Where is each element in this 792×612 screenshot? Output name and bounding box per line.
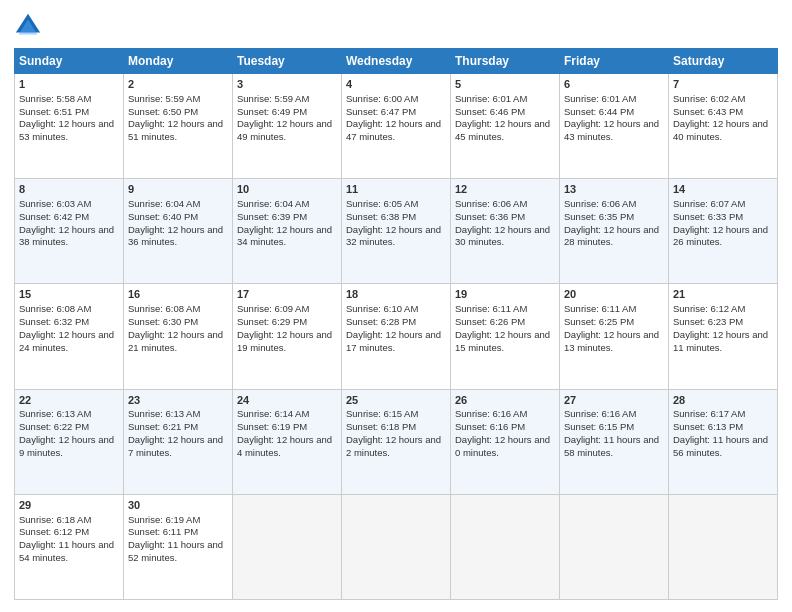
calendar-cell: 19Sunrise: 6:11 AMSunset: 6:26 PMDayligh… — [451, 284, 560, 389]
sunset-text: Sunset: 6:50 PM — [128, 106, 198, 117]
calendar-week-1: 1Sunrise: 5:58 AMSunset: 6:51 PMDaylight… — [15, 74, 778, 179]
calendar-header-thursday: Thursday — [451, 49, 560, 74]
sunset-text: Sunset: 6:42 PM — [19, 211, 89, 222]
calendar-week-4: 22Sunrise: 6:13 AMSunset: 6:22 PMDayligh… — [15, 389, 778, 494]
daylight-text: Daylight: 12 hours and 0 minutes. — [455, 434, 550, 458]
sunrise-text: Sunrise: 6:01 AM — [564, 93, 636, 104]
day-number: 24 — [237, 393, 337, 408]
sunset-text: Sunset: 6:40 PM — [128, 211, 198, 222]
daylight-text: Daylight: 12 hours and 45 minutes. — [455, 118, 550, 142]
calendar-week-2: 8Sunrise: 6:03 AMSunset: 6:42 PMDaylight… — [15, 179, 778, 284]
calendar-header-monday: Monday — [124, 49, 233, 74]
sunrise-text: Sunrise: 6:09 AM — [237, 303, 309, 314]
day-number: 19 — [455, 287, 555, 302]
daylight-text: Daylight: 12 hours and 13 minutes. — [564, 329, 659, 353]
sunset-text: Sunset: 6:44 PM — [564, 106, 634, 117]
daylight-text: Daylight: 12 hours and 2 minutes. — [346, 434, 441, 458]
day-number: 13 — [564, 182, 664, 197]
sunset-text: Sunset: 6:21 PM — [128, 421, 198, 432]
sunrise-text: Sunrise: 6:13 AM — [19, 408, 91, 419]
daylight-text: Daylight: 12 hours and 47 minutes. — [346, 118, 441, 142]
sunrise-text: Sunrise: 6:11 AM — [564, 303, 636, 314]
daylight-text: Daylight: 12 hours and 24 minutes. — [19, 329, 114, 353]
calendar-cell: 7Sunrise: 6:02 AMSunset: 6:43 PMDaylight… — [669, 74, 778, 179]
sunset-text: Sunset: 6:15 PM — [564, 421, 634, 432]
sunset-text: Sunset: 6:18 PM — [346, 421, 416, 432]
sunrise-text: Sunrise: 5:59 AM — [237, 93, 309, 104]
calendar-header-friday: Friday — [560, 49, 669, 74]
sunrise-text: Sunrise: 6:06 AM — [564, 198, 636, 209]
sunrise-text: Sunrise: 6:06 AM — [455, 198, 527, 209]
calendar-cell: 16Sunrise: 6:08 AMSunset: 6:30 PMDayligh… — [124, 284, 233, 389]
day-number: 16 — [128, 287, 228, 302]
day-number: 28 — [673, 393, 773, 408]
day-number: 15 — [19, 287, 119, 302]
sunrise-text: Sunrise: 6:17 AM — [673, 408, 745, 419]
calendar-cell: 24Sunrise: 6:14 AMSunset: 6:19 PMDayligh… — [233, 389, 342, 494]
sunrise-text: Sunrise: 6:10 AM — [346, 303, 418, 314]
sunset-text: Sunset: 6:19 PM — [237, 421, 307, 432]
sunrise-text: Sunrise: 5:59 AM — [128, 93, 200, 104]
calendar-cell: 3Sunrise: 5:59 AMSunset: 6:49 PMDaylight… — [233, 74, 342, 179]
daylight-text: Daylight: 11 hours and 52 minutes. — [128, 539, 223, 563]
daylight-text: Daylight: 12 hours and 15 minutes. — [455, 329, 550, 353]
calendar-cell: 17Sunrise: 6:09 AMSunset: 6:29 PMDayligh… — [233, 284, 342, 389]
calendar-cell: 18Sunrise: 6:10 AMSunset: 6:28 PMDayligh… — [342, 284, 451, 389]
day-number: 29 — [19, 498, 119, 513]
daylight-text: Daylight: 12 hours and 4 minutes. — [237, 434, 332, 458]
sunset-text: Sunset: 6:38 PM — [346, 211, 416, 222]
calendar-cell: 13Sunrise: 6:06 AMSunset: 6:35 PMDayligh… — [560, 179, 669, 284]
day-number: 8 — [19, 182, 119, 197]
day-number: 11 — [346, 182, 446, 197]
sunset-text: Sunset: 6:23 PM — [673, 316, 743, 327]
day-number: 20 — [564, 287, 664, 302]
sunrise-text: Sunrise: 6:04 AM — [128, 198, 200, 209]
sunrise-text: Sunrise: 6:04 AM — [237, 198, 309, 209]
sunrise-text: Sunrise: 6:16 AM — [564, 408, 636, 419]
sunrise-text: Sunrise: 6:08 AM — [19, 303, 91, 314]
sunrise-text: Sunrise: 6:15 AM — [346, 408, 418, 419]
daylight-text: Daylight: 12 hours and 17 minutes. — [346, 329, 441, 353]
day-number: 7 — [673, 77, 773, 92]
sunset-text: Sunset: 6:33 PM — [673, 211, 743, 222]
sunrise-text: Sunrise: 6:08 AM — [128, 303, 200, 314]
sunrise-text: Sunrise: 5:58 AM — [19, 93, 91, 104]
daylight-text: Daylight: 11 hours and 58 minutes. — [564, 434, 659, 458]
logo-icon — [14, 12, 42, 40]
daylight-text: Daylight: 11 hours and 56 minutes. — [673, 434, 768, 458]
day-number: 23 — [128, 393, 228, 408]
sunrise-text: Sunrise: 6:14 AM — [237, 408, 309, 419]
daylight-text: Daylight: 12 hours and 32 minutes. — [346, 224, 441, 248]
sunset-text: Sunset: 6:49 PM — [237, 106, 307, 117]
day-number: 10 — [237, 182, 337, 197]
calendar-cell — [233, 494, 342, 599]
sunset-text: Sunset: 6:12 PM — [19, 526, 89, 537]
sunset-text: Sunset: 6:30 PM — [128, 316, 198, 327]
sunrise-text: Sunrise: 6:02 AM — [673, 93, 745, 104]
calendar-table: SundayMondayTuesdayWednesdayThursdayFrid… — [14, 48, 778, 600]
daylight-text: Daylight: 12 hours and 7 minutes. — [128, 434, 223, 458]
sunset-text: Sunset: 6:11 PM — [128, 526, 198, 537]
daylight-text: Daylight: 12 hours and 34 minutes. — [237, 224, 332, 248]
sunrise-text: Sunrise: 6:07 AM — [673, 198, 745, 209]
sunset-text: Sunset: 6:35 PM — [564, 211, 634, 222]
calendar-cell: 5Sunrise: 6:01 AMSunset: 6:46 PMDaylight… — [451, 74, 560, 179]
daylight-text: Daylight: 12 hours and 53 minutes. — [19, 118, 114, 142]
calendar-cell: 30Sunrise: 6:19 AMSunset: 6:11 PMDayligh… — [124, 494, 233, 599]
calendar-cell: 9Sunrise: 6:04 AMSunset: 6:40 PMDaylight… — [124, 179, 233, 284]
day-number: 26 — [455, 393, 555, 408]
day-number: 22 — [19, 393, 119, 408]
sunset-text: Sunset: 6:29 PM — [237, 316, 307, 327]
sunset-text: Sunset: 6:36 PM — [455, 211, 525, 222]
sunset-text: Sunset: 6:26 PM — [455, 316, 525, 327]
sunrise-text: Sunrise: 6:05 AM — [346, 198, 418, 209]
day-number: 14 — [673, 182, 773, 197]
daylight-text: Daylight: 12 hours and 9 minutes. — [19, 434, 114, 458]
daylight-text: Daylight: 12 hours and 49 minutes. — [237, 118, 332, 142]
calendar-cell: 20Sunrise: 6:11 AMSunset: 6:25 PMDayligh… — [560, 284, 669, 389]
day-number: 30 — [128, 498, 228, 513]
sunset-text: Sunset: 6:28 PM — [346, 316, 416, 327]
day-number: 5 — [455, 77, 555, 92]
daylight-text: Daylight: 12 hours and 36 minutes. — [128, 224, 223, 248]
sunrise-text: Sunrise: 6:03 AM — [19, 198, 91, 209]
